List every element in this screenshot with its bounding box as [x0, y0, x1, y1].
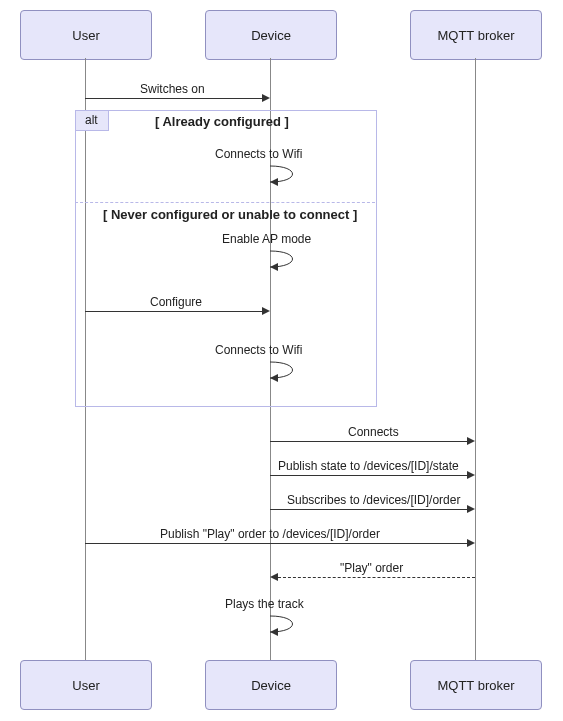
actor-broker-bot-label: MQTT broker — [437, 678, 514, 693]
msg-enable-ap: Enable AP mode — [222, 232, 311, 246]
arrowhead-subscribes — [467, 505, 475, 513]
arrow-switches-on — [85, 98, 262, 99]
actor-broker-label: MQTT broker — [437, 28, 514, 43]
arrow-play-order — [278, 577, 475, 578]
msg-connects-wifi-1: Connects to Wifi — [215, 147, 302, 161]
msg-plays-track: Plays the track — [225, 597, 304, 611]
svg-marker-2 — [270, 374, 278, 382]
msg-subscribes: Subscribes to /devices/[ID]/order — [287, 493, 460, 507]
actor-device-top: Device — [205, 10, 337, 60]
actor-user-label: User — [72, 28, 99, 43]
arrow-pub-play — [85, 543, 467, 544]
arrowhead-switches-on — [262, 94, 270, 102]
msg-pub-play: Publish "Play" order to /devices/[ID]/or… — [160, 527, 380, 541]
arrowhead-connects — [467, 437, 475, 445]
msg-connects-wifi-2: Connects to Wifi — [215, 343, 302, 357]
actor-broker-top: MQTT broker — [410, 10, 542, 60]
msg-switches-on: Switches on — [140, 82, 205, 96]
svg-marker-1 — [270, 263, 278, 271]
arrowhead-pub-play — [467, 539, 475, 547]
actor-device-bot-label: Device — [251, 678, 291, 693]
arrowhead-play-order — [270, 573, 278, 581]
actor-user-bottom: User — [20, 660, 152, 710]
arrow-configure — [85, 311, 262, 312]
msg-configure: Configure — [150, 295, 202, 309]
actor-device-bottom: Device — [205, 660, 337, 710]
lifeline-broker — [475, 58, 476, 660]
actor-user-bot-label: User — [72, 678, 99, 693]
msg-play-order: "Play" order — [340, 561, 403, 575]
loop-plays-track — [270, 612, 302, 636]
arrowhead-configure — [262, 307, 270, 315]
loop-connects-wifi-2 — [270, 358, 302, 382]
arrow-subscribes — [270, 509, 467, 510]
msg-connects: Connects — [348, 425, 399, 439]
actor-device-label: Device — [251, 28, 291, 43]
loop-connects-wifi-1 — [270, 162, 302, 186]
actor-broker-bottom: MQTT broker — [410, 660, 542, 710]
svg-marker-3 — [270, 628, 278, 636]
actor-user-top: User — [20, 10, 152, 60]
arrowhead-pub-state — [467, 471, 475, 479]
arrow-pub-state — [270, 475, 467, 476]
msg-pub-state: Publish state to /devices/[ID]/state — [278, 459, 459, 473]
svg-marker-0 — [270, 178, 278, 186]
loop-enable-ap — [270, 247, 302, 271]
arrow-connects — [270, 441, 467, 442]
